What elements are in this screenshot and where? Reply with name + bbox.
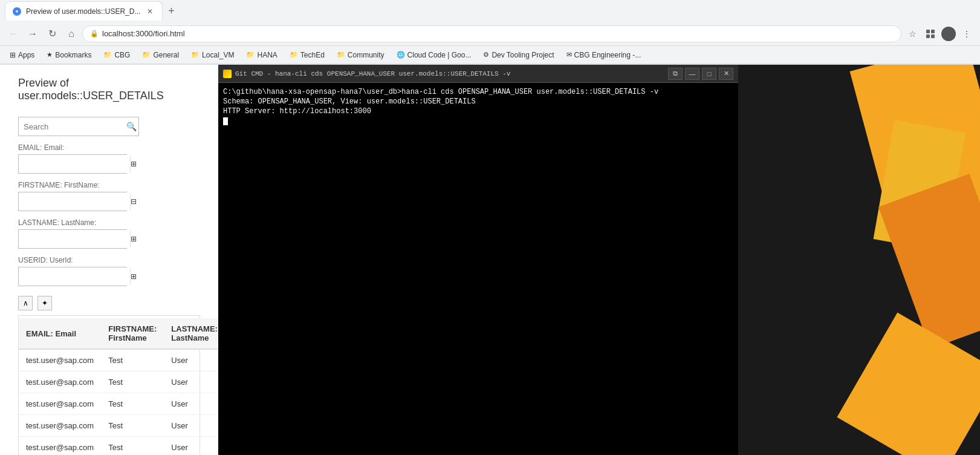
terminal-line: C:\github\hana-xsa-opensap-hana7\user_db… xyxy=(223,88,733,96)
userid-filter-label: USERID: UserId: xyxy=(18,256,127,264)
cell-lastname: User xyxy=(164,372,218,393)
bookmark-teched[interactable]: 📁 TechEd xyxy=(285,50,329,61)
bookmark-cloud-code[interactable]: 🌐 Cloud Code | Goo... xyxy=(392,50,476,61)
svg-rect-3 xyxy=(931,34,935,38)
terminal-cursor-line xyxy=(223,117,733,125)
cell-lastname: User xyxy=(164,393,218,415)
lastname-filter-input-wrapper: ⊞ xyxy=(18,229,127,249)
table-header: EMAIL: Email FIRSTNAME: FirstName LASTNA… xyxy=(19,318,218,349)
terminal-close-btn[interactable]: ✕ xyxy=(719,68,733,80)
bookmark-folder-icon-cbg: 📁 xyxy=(103,51,112,59)
cell-email: test.user@sap.com xyxy=(19,372,101,393)
pin-filters-button[interactable]: ✦ xyxy=(37,296,52,310)
cell-email: test.user@sap.com xyxy=(19,437,101,456)
cell-lastname: User xyxy=(164,437,218,456)
bookmark-dev-tooling[interactable]: ⚙ Dev Tooling Project xyxy=(478,50,559,61)
cell-lastname: User xyxy=(164,349,218,372)
cell-firstname: Test xyxy=(101,349,164,372)
lastname-filter-input[interactable] xyxy=(19,230,130,248)
table-row[interactable]: test.user@sap.com Test User › xyxy=(19,415,218,437)
tab-close-button[interactable]: ✕ xyxy=(145,7,155,16)
reload-button[interactable]: ↻ xyxy=(44,25,60,42)
apps-label: Apps xyxy=(18,51,34,59)
extensions-icon[interactable] xyxy=(922,25,939,42)
userid-filter-input-wrapper: ⊞ xyxy=(18,267,127,286)
table-body: test.user@sap.com Test User 1 › test.use… xyxy=(19,349,218,455)
lastname-filter-btn[interactable]: ⊞ xyxy=(130,231,137,247)
col-firstname: FIRSTNAME: FirstName xyxy=(101,318,164,349)
star-icon[interactable]: ☆ xyxy=(904,25,921,42)
table-row[interactable]: test.user@sap.com Test User 2 › xyxy=(19,372,218,393)
nav-icons: ☆ ⋮ xyxy=(904,25,975,42)
email-filter-input-wrapper: ⊞ xyxy=(18,154,127,174)
menu-icon[interactable]: ⋮ xyxy=(958,25,975,42)
terminal-panel: ⚡ Git CMD - hana-cli cds OPENSAP_HANA_US… xyxy=(218,65,738,455)
profile-icon[interactable] xyxy=(940,25,957,42)
home-button[interactable]: ⌂ xyxy=(63,25,80,42)
terminal-restore-btn[interactable]: ⧉ xyxy=(668,68,683,80)
table-row[interactable]: test.user@sap.com Test User 3 › xyxy=(19,393,218,415)
bookmark-local-vm[interactable]: 📁 Local_VM xyxy=(186,50,239,61)
table-row[interactable]: test.user@sap.com Test User › xyxy=(19,437,218,456)
terminal-minimize-btn[interactable]: — xyxy=(685,68,699,80)
bookmark-teched-label: TechEd xyxy=(300,51,325,59)
col-email: EMAIL: Email xyxy=(19,318,101,349)
bookmark-cbg-eng[interactable]: ✉ CBG Engineering -... xyxy=(562,50,646,61)
main-layout: Preview of user.models::USER_DETAILS 🔍 E… xyxy=(0,65,980,455)
terminal-maximize-btn[interactable]: □ xyxy=(702,68,716,80)
search-input[interactable] xyxy=(18,117,139,136)
userid-filter-field: USERID: UserId: ⊞ xyxy=(18,256,127,286)
email-filter-field: EMAIL: Email: ⊞ xyxy=(18,143,127,174)
firstname-filter-input[interactable] xyxy=(19,192,130,211)
email-filter-btn[interactable]: ⊞ xyxy=(130,155,137,172)
svg-rect-2 xyxy=(926,34,930,38)
email-filter-input[interactable] xyxy=(19,155,130,173)
cell-firstname: Test xyxy=(101,415,164,437)
bookmark-folder-icon-teched: 📁 xyxy=(290,51,298,59)
terminal-line: Schema: OPENSAP_HANA_USER, View: user.mo… xyxy=(223,97,733,106)
bookmark-star-icon: ★ xyxy=(47,51,53,59)
bookmark-globe-icon: 🌐 xyxy=(397,51,405,59)
cell-email: test.user@sap.com xyxy=(19,393,101,415)
active-tab[interactable]: ● Preview of user.models::USER_D... ✕ xyxy=(5,1,163,21)
back-button[interactable]: ← xyxy=(5,25,22,42)
address-url: localhost:3000/fiori.html xyxy=(102,29,894,38)
browser-chrome: ● Preview of user.models::USER_D... ✕ + … xyxy=(0,0,980,65)
bookmark-cbgeng-label: CBG Engineering -... xyxy=(574,51,641,59)
table-row[interactable]: test.user@sap.com Test User 1 › xyxy=(19,349,218,372)
bookmarks-bar: ⊞ Apps ★ Bookmarks 📁 CBG 📁 General 📁 Loc… xyxy=(0,46,980,64)
userid-filter-input[interactable] xyxy=(19,267,130,286)
address-bar[interactable]: 🔒 localhost:3000/fiori.html xyxy=(82,25,901,42)
new-tab-button[interactable]: + xyxy=(163,2,180,19)
bookmark-localvm-label: Local_VM xyxy=(202,51,234,59)
bookmark-general[interactable]: 📁 General xyxy=(137,50,184,61)
bookmark-bookmarks[interactable]: ★ Bookmarks xyxy=(42,50,96,61)
bookmark-cbg[interactable]: 📁 CBG xyxy=(99,50,135,61)
search-wrapper: 🔍 xyxy=(18,117,139,136)
terminal-line: HTTP Server: http://localhost:3000 xyxy=(223,107,733,116)
lastname-filter-field: LASTNAME: LastName: ⊞ xyxy=(18,218,127,249)
search-button[interactable]: 🔍 xyxy=(126,122,137,131)
forward-button[interactable]: → xyxy=(24,25,41,42)
collapse-filters-button[interactable]: ∧ xyxy=(18,296,33,310)
bookmark-gear-icon: ⚙ xyxy=(483,51,489,59)
firstname-filter-input-wrapper: ⊟ xyxy=(18,192,127,211)
tab-favicon: ● xyxy=(13,7,21,16)
cell-lastname: User xyxy=(164,415,218,437)
data-table: EMAIL: Email FIRSTNAME: FirstName LASTNA… xyxy=(19,318,218,455)
bookmark-community[interactable]: 📁 Community xyxy=(332,50,389,61)
tab-bar: ● Preview of user.models::USER_D... ✕ + xyxy=(0,0,980,22)
bookmark-hana[interactable]: 📁 HANA xyxy=(241,50,282,61)
terminal-title-text: Git CMD - hana-cli cds OPENSAP_HANA_USER… xyxy=(235,70,510,77)
filter-actions: ∧ ✦ xyxy=(18,296,200,310)
bookmark-apps[interactable]: ⊞ Apps xyxy=(5,50,39,61)
page-title: Preview of user.models::USER_DETAILS xyxy=(18,77,200,102)
cell-firstname: Test xyxy=(101,393,164,415)
firstname-filter-btn[interactable]: ⊟ xyxy=(130,193,137,210)
userid-filter-btn[interactable]: ⊞ xyxy=(130,268,137,285)
bookmark-cbg-label: CBG xyxy=(114,51,130,59)
bookmark-email-icon: ✉ xyxy=(566,51,572,59)
background-decoration xyxy=(738,65,980,455)
search-field: 🔍 xyxy=(18,117,139,136)
bookmark-community-label: Community xyxy=(348,51,385,59)
